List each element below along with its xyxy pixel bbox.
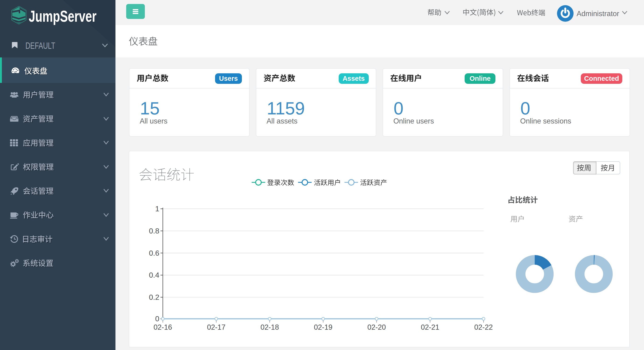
svg-text:02-22: 02-22 [474, 323, 492, 331]
svg-text:0.8: 0.8 [149, 227, 159, 235]
svg-text:02-19: 02-19 [314, 323, 332, 331]
svg-text:02-20: 02-20 [367, 323, 386, 331]
svg-text:1: 1 [155, 205, 159, 213]
svg-text:0.6: 0.6 [149, 249, 159, 257]
svg-text:0.2: 0.2 [149, 293, 159, 301]
svg-text:0: 0 [155, 314, 159, 323]
svg-text:02-17: 02-17 [207, 323, 226, 331]
svg-text:02-16: 02-16 [154, 323, 172, 331]
svg-text:02-18: 02-18 [260, 323, 279, 331]
svg-text:02-21: 02-21 [421, 323, 439, 331]
svg-text:0.4: 0.4 [149, 271, 159, 279]
